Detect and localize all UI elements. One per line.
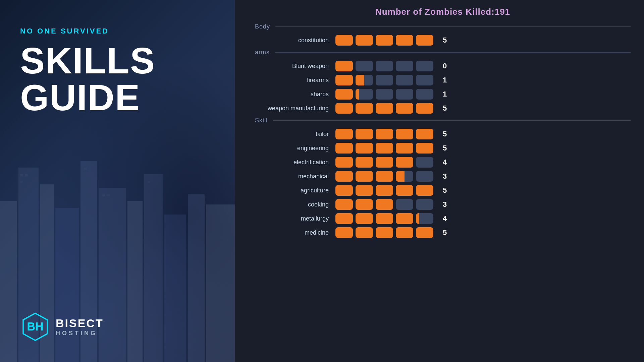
skill-bar-0 xyxy=(335,129,353,139)
skill-bar-0 xyxy=(335,35,353,46)
skill-bars xyxy=(335,227,433,238)
skill-bar-2 xyxy=(376,89,393,100)
skill-name: weapon manufacturing xyxy=(255,105,329,112)
skill-bar-2 xyxy=(376,185,393,196)
logo-brand-name: BISECT xyxy=(56,317,104,330)
skill-bar-3 xyxy=(396,227,413,238)
skill-value: 4 xyxy=(443,158,451,167)
skill-bar-0 xyxy=(335,157,353,168)
skill-bar-4 xyxy=(416,171,433,182)
svg-rect-12 xyxy=(25,174,28,176)
section-label: Body xyxy=(255,23,270,30)
skill-bar-3 xyxy=(396,35,413,46)
section-label: arms xyxy=(255,49,270,56)
skill-bar-3 xyxy=(396,157,413,168)
skill-value: 1 xyxy=(443,76,451,84)
skill-bar-4 xyxy=(416,35,433,46)
skill-bar-2 xyxy=(376,171,393,182)
skill-bar-1 xyxy=(356,171,373,182)
skill-bar-0 xyxy=(335,171,353,182)
skill-bar-1 xyxy=(356,199,373,210)
skill-row-metallurgy: metallurgy4 xyxy=(255,213,631,224)
skill-value: 5 xyxy=(443,130,451,138)
game-subtitle: NO ONE SURVIVED xyxy=(20,27,215,36)
skill-bar-0 xyxy=(335,61,353,71)
skill-bar-3 xyxy=(396,143,413,154)
skill-row-sharps: sharps1 xyxy=(255,89,631,100)
skill-value: 3 xyxy=(443,172,451,181)
skill-bar-2 xyxy=(376,61,393,71)
svg-rect-7 xyxy=(144,174,163,362)
skill-row-medicine: medicine5 xyxy=(255,227,631,238)
skill-bar-3 xyxy=(396,103,413,114)
skill-bar-2 xyxy=(376,35,393,46)
skill-bars xyxy=(335,185,433,196)
skill-value: 5 xyxy=(443,144,451,153)
svg-rect-6 xyxy=(127,201,143,362)
skill-bars xyxy=(335,213,433,224)
skill-name: engineering xyxy=(255,145,329,152)
svg-rect-9 xyxy=(188,194,205,362)
skill-row-constitution: constitution5 xyxy=(255,35,631,46)
bisect-logo-icon: BH xyxy=(20,312,50,342)
right-panel: Number of Zombies Killed:191 Body consti… xyxy=(235,0,644,362)
skill-value: 5 xyxy=(443,36,451,45)
section-arms: arms xyxy=(255,49,631,56)
section-label: Skill xyxy=(255,117,268,124)
skill-bar-0 xyxy=(335,75,353,85)
skill-row-mechanical: mechanical3 xyxy=(255,171,631,182)
left-panel: NO ONE SURVIVED SKILLS GUIDE BH BISECT H… xyxy=(0,0,235,362)
skill-row-electrification: electrification4 xyxy=(255,157,631,168)
skill-bar-3 xyxy=(396,75,413,85)
skill-bar-1 xyxy=(356,75,373,85)
skill-bar-2 xyxy=(376,227,393,238)
skill-bars xyxy=(335,61,433,71)
skill-bar-4 xyxy=(416,143,433,154)
divider-line xyxy=(275,26,631,27)
section-body: Body xyxy=(255,23,631,30)
skill-row-engineering: engineering5 xyxy=(255,143,631,154)
skill-bar-1 xyxy=(356,157,373,168)
skill-bars xyxy=(335,103,433,114)
svg-rect-14 xyxy=(84,168,87,170)
skill-bar-3 xyxy=(396,61,413,71)
skill-bars xyxy=(335,35,433,46)
skill-name: electrification xyxy=(255,159,329,166)
skill-bar-0 xyxy=(335,213,353,224)
skill-bar-2 xyxy=(376,143,393,154)
skill-bar-1 xyxy=(356,185,373,196)
skill-name: mechanical xyxy=(255,173,329,180)
svg-rect-16 xyxy=(107,194,110,196)
divider-line xyxy=(275,52,631,53)
skill-bar-1 xyxy=(356,89,373,100)
skill-bar-0 xyxy=(335,143,353,154)
skill-bar-4 xyxy=(416,213,433,224)
skill-bar-0 xyxy=(335,103,353,114)
skill-bar-0 xyxy=(335,227,353,238)
skill-value: 5 xyxy=(443,104,451,113)
skill-bar-2 xyxy=(376,199,393,210)
skill-value: 3 xyxy=(443,200,451,209)
skill-bars xyxy=(335,143,433,154)
svg-text:BH: BH xyxy=(27,320,43,333)
skills-container: Body constitution5 arms Blunt weapon0fir… xyxy=(255,23,631,238)
svg-rect-15 xyxy=(102,194,105,196)
skill-bars xyxy=(335,129,433,139)
skill-bar-4 xyxy=(416,129,433,139)
skill-bar-0 xyxy=(335,185,353,196)
divider-line xyxy=(273,120,631,121)
skill-bar-4 xyxy=(416,185,433,196)
svg-rect-11 xyxy=(20,174,23,176)
skill-row-firearms: firearms1 xyxy=(255,75,631,85)
skill-row-weapon-manufacturing: weapon manufacturing5 xyxy=(255,103,631,114)
skill-bar-1 xyxy=(356,143,373,154)
section-skill: Skill xyxy=(255,117,631,124)
skill-bars xyxy=(335,171,433,182)
skill-name: firearms xyxy=(255,77,329,84)
skill-name: sharps xyxy=(255,91,329,98)
logo-brand-sub: HOSTING xyxy=(56,330,104,337)
skill-bar-3 xyxy=(396,199,413,210)
skill-bar-3 xyxy=(396,89,413,100)
skill-bars xyxy=(335,75,433,85)
skill-value: 5 xyxy=(443,228,451,237)
